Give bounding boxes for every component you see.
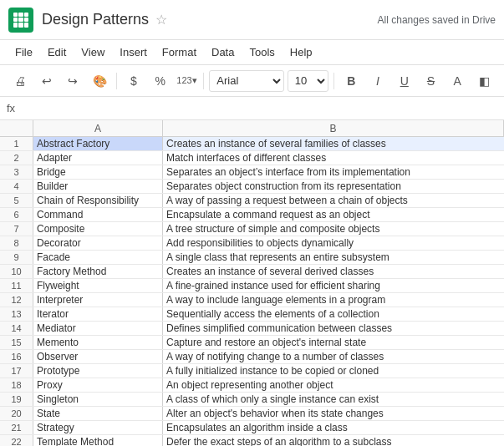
underline-button[interactable]: U [393, 69, 416, 93]
menu-file[interactable]: File [8, 43, 39, 62]
cell-pattern-name[interactable]: Bridge [33, 165, 163, 179]
strikethrough-button[interactable]: S [420, 69, 443, 93]
print-button[interactable]: 🖨 [8, 69, 32, 93]
menu-edit[interactable]: Edit [41, 43, 73, 62]
row-number: 17 [0, 364, 33, 378]
cell-description[interactable]: Match interfaces of different classes [163, 151, 504, 165]
cell-pattern-name[interactable]: Strategy [33, 421, 163, 434]
cell-description[interactable]: A tree structure of simple and composite… [163, 222, 504, 236]
cell-pattern-name[interactable]: Composite [33, 222, 163, 236]
cell-pattern-name[interactable]: Prototype [33, 364, 163, 378]
table-row[interactable]: 22Template MethodDefer the exact steps o… [0, 435, 504, 446]
cell-pattern-name[interactable]: Memento [33, 336, 163, 349]
table-row[interactable]: 5Chain of ResponsibilityA way of passing… [0, 194, 504, 208]
table-row[interactable]: 13IteratorSequentially access the elemen… [0, 307, 504, 322]
cell-description[interactable]: A way to include language elements in a … [163, 293, 504, 307]
cell-description[interactable]: A fully initialized instance to be copie… [163, 364, 504, 378]
cell-description[interactable]: Defines simplified communication between… [163, 322, 504, 335]
menu-tools[interactable]: Tools [242, 43, 281, 62]
cell-description[interactable]: Encapsulates an algorithm inside a class [163, 421, 504, 434]
formula-input[interactable] [22, 102, 497, 114]
cell-description[interactable]: Creates an instance of several families … [163, 137, 504, 150]
cell-pattern-name[interactable]: Proxy [33, 378, 163, 392]
font-size-select[interactable]: 10 [288, 70, 329, 92]
table-row[interactable]: 4BuilderSeparates object construction fr… [0, 180, 504, 194]
cell-description[interactable]: A single class that represents an entire… [163, 251, 504, 264]
format-number-button[interactable]: 123▾ [176, 69, 199, 93]
table-row[interactable]: 17PrototypeA fully initialized instance … [0, 364, 504, 378]
cell-pattern-name[interactable]: Adapter [33, 151, 163, 165]
cell-pattern-name[interactable]: Builder [33, 180, 163, 193]
table-row[interactable]: 12InterpreterA way to include language e… [0, 293, 504, 307]
table-row[interactable]: 21StrategyEncapsulates an algorithm insi… [0, 421, 504, 435]
cell-description[interactable]: Alter an object's behavior when its stat… [163, 407, 504, 420]
cell-pattern-name[interactable]: Observer [33, 350, 163, 363]
cell-pattern-name[interactable]: Interpreter [33, 293, 163, 307]
menu-data[interactable]: Data [205, 43, 241, 62]
cell-description[interactable]: Encapsulate a command request as an obje… [163, 208, 504, 221]
row-number: 6 [0, 208, 33, 221]
save-status: All changes saved in Drive [378, 14, 496, 26]
cell-pattern-name[interactable]: Singleton [33, 393, 163, 406]
table-row[interactable]: 7CompositeA tree structure of simple and… [0, 222, 504, 236]
table-row[interactable]: 11FlyweightA fine-grained instance used … [0, 279, 504, 293]
cell-description[interactable]: Creates an instance of several derived c… [163, 265, 504, 278]
menu-view[interactable]: View [74, 43, 111, 62]
undo-button[interactable]: ↩ [35, 69, 59, 93]
spreadsheet: A B 1Abstract FactoryCreates an instance… [0, 120, 504, 446]
table-row[interactable]: 19SingletonA class of which only a singl… [0, 393, 504, 407]
cell-description[interactable]: A way of passing a request between a cha… [163, 194, 504, 207]
table-row[interactable]: 9FacadeA single class that represents an… [0, 251, 504, 265]
table-row[interactable]: 8DecoratorAdd responsibilities to object… [0, 236, 504, 251]
row-num-header [0, 120, 33, 136]
cell-pattern-name[interactable]: Mediator [33, 322, 163, 335]
menu-format[interactable]: Format [155, 43, 203, 62]
cell-pattern-name[interactable]: Command [33, 208, 163, 221]
cell-description[interactable]: Sequentially access the elements of a co… [163, 307, 504, 321]
redo-button[interactable]: ↪ [62, 69, 85, 93]
cell-description[interactable]: An object representing another object [163, 378, 504, 392]
cell-description[interactable]: A way of notifying change to a number of… [163, 350, 504, 363]
format-paint-button[interactable]: 🎨 [88, 69, 111, 93]
title-bar: Design Patterns ☆ All changes saved in D… [0, 0, 504, 40]
percent-button[interactable]: % [149, 69, 172, 93]
cell-pattern-name[interactable]: Chain of Responsibility [33, 194, 163, 207]
menu-help[interactable]: Help [283, 43, 319, 62]
table-row[interactable]: 3BridgeSeparates an object’s interface f… [0, 165, 504, 180]
bold-button[interactable]: B [339, 69, 363, 93]
table-row[interactable]: 6CommandEncapsulate a command request as… [0, 208, 504, 222]
table-row[interactable]: 16ObserverA way of notifying change to a… [0, 350, 504, 364]
italic-button[interactable]: I [366, 69, 389, 93]
fill-color-button[interactable]: ◧ [472, 69, 496, 93]
cell-description[interactable]: A fine-grained instance used for efficie… [163, 279, 504, 292]
table-row[interactable]: 20StateAlter an object's behavior when i… [0, 407, 504, 421]
cell-description[interactable]: Defer the exact steps of an algorithm to… [163, 435, 504, 446]
cell-pattern-name[interactable]: Flyweight [33, 279, 163, 292]
menu-insert[interactable]: Insert [113, 43, 154, 62]
cell-pattern-name[interactable]: Decorator [33, 236, 163, 250]
currency-button[interactable]: $ [122, 69, 145, 93]
cell-description[interactable]: A class of which only a single instance … [163, 393, 504, 406]
sheet-body: 1Abstract FactoryCreates an instance of … [0, 137, 504, 446]
cell-pattern-name[interactable]: Iterator [33, 307, 163, 321]
row-number: 2 [0, 151, 33, 165]
cell-description[interactable]: Separates an object’s interface from its… [163, 165, 504, 179]
cell-description[interactable]: Separates object construction from its r… [163, 180, 504, 193]
star-icon[interactable]: ☆ [155, 12, 167, 28]
cell-pattern-name[interactable]: State [33, 407, 163, 420]
cell-pattern-name[interactable]: Facade [33, 251, 163, 264]
cell-description[interactable]: Add responsibilities to objects dynamica… [163, 236, 504, 250]
table-row[interactable]: 2AdapterMatch interfaces of different cl… [0, 151, 504, 165]
text-color-button[interactable]: A [445, 69, 469, 93]
table-row[interactable]: 1Abstract FactoryCreates an instance of … [0, 137, 504, 151]
cell-description[interactable]: Capture and restore an object's internal… [163, 336, 504, 349]
table-row[interactable]: 14MediatorDefines simplified communicati… [0, 322, 504, 336]
table-row[interactable]: 10Factory MethodCreates an instance of s… [0, 265, 504, 279]
cell-pattern-name[interactable]: Abstract Factory [33, 137, 163, 150]
cell-pattern-name[interactable]: Factory Method [33, 265, 163, 278]
table-row[interactable]: 15MementoCapture and restore an object's… [0, 336, 504, 350]
cell-pattern-name[interactable]: Template Method [33, 435, 163, 446]
row-number: 4 [0, 180, 33, 193]
table-row[interactable]: 18ProxyAn object representing another ob… [0, 378, 504, 393]
font-select[interactable]: Arial [209, 70, 283, 92]
